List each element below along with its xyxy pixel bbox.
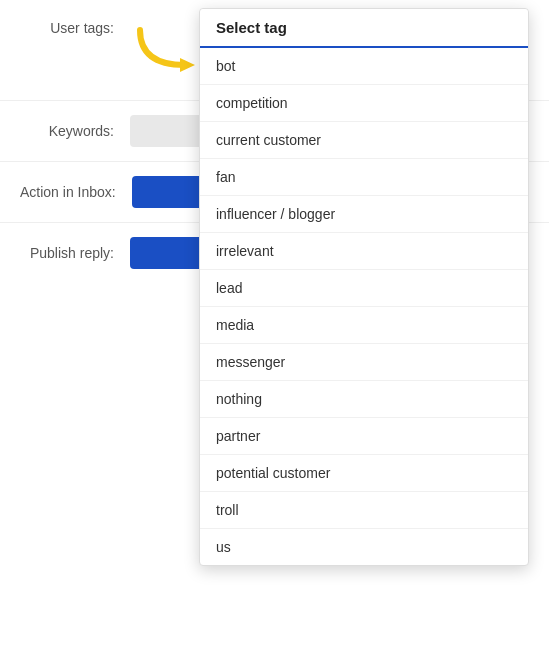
dropdown-item[interactable]: potential customer bbox=[200, 455, 528, 492]
arrow-icon bbox=[130, 20, 210, 80]
dropdown-item[interactable]: messenger bbox=[200, 344, 528, 381]
publish-reply-label: Publish reply: bbox=[20, 245, 130, 261]
dropdown-item[interactable]: fan bbox=[200, 159, 528, 196]
page-background: User tags: Keywords: Action in Inbox: Pu… bbox=[0, 0, 549, 672]
svg-marker-0 bbox=[180, 58, 195, 72]
action-inbox-label: Action in Inbox: bbox=[20, 184, 132, 200]
dropdown-item[interactable]: current customer bbox=[200, 122, 528, 159]
keywords-label: Keywords: bbox=[20, 123, 130, 139]
select-tag-dropdown: Select tag botcompetitioncurrent custome… bbox=[199, 8, 529, 566]
dropdown-item[interactable]: bot bbox=[200, 48, 528, 85]
dropdown-item[interactable]: troll bbox=[200, 492, 528, 529]
dropdown-item[interactable]: nothing bbox=[200, 381, 528, 418]
dropdown-item[interactable]: competition bbox=[200, 85, 528, 122]
dropdown-item[interactable]: media bbox=[200, 307, 528, 344]
dropdown-item[interactable]: lead bbox=[200, 270, 528, 307]
dropdown-item[interactable]: us bbox=[200, 529, 528, 565]
dropdown-header: Select tag bbox=[200, 9, 528, 48]
dropdown-item[interactable]: irrelevant bbox=[200, 233, 528, 270]
dropdown-item[interactable]: influencer / blogger bbox=[200, 196, 528, 233]
dropdown-item[interactable]: partner bbox=[200, 418, 528, 455]
user-tags-label: User tags: bbox=[20, 20, 130, 36]
dropdown-list: botcompetitioncurrent customerfaninfluen… bbox=[200, 48, 528, 565]
